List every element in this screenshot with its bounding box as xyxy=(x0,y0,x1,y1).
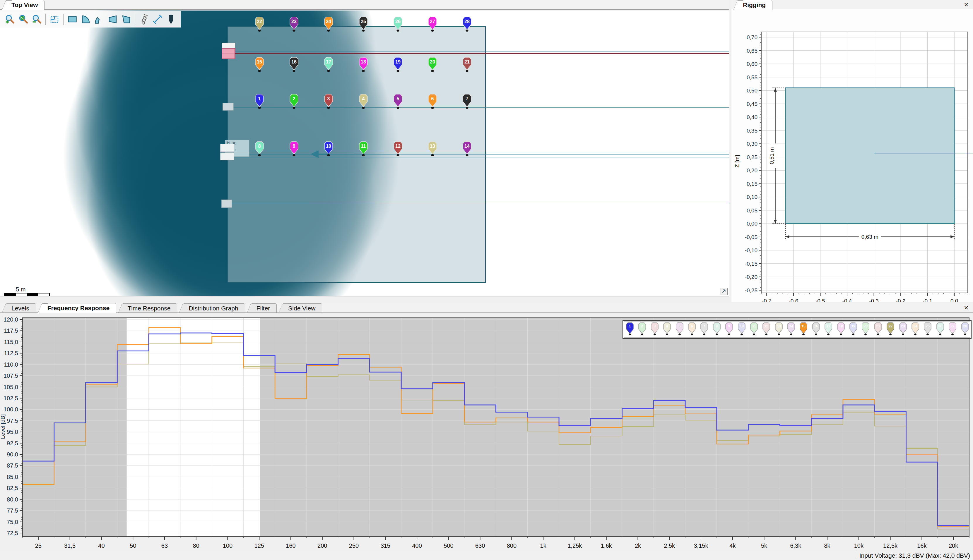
tab-levels[interactable]: Levels xyxy=(7,303,36,312)
legend-pin-8[interactable]: 8 xyxy=(713,322,721,337)
legend-pin-9[interactable]: 9 xyxy=(725,322,733,337)
source-stack[interactable] xyxy=(220,144,234,152)
mic-marker-23[interactable]: 23 xyxy=(289,17,298,33)
svg-text:-0,15: -0,15 xyxy=(745,261,757,267)
svg-text:22: 22 xyxy=(888,324,893,328)
mic-marker-18[interactable]: 18 xyxy=(359,57,368,73)
source-box[interactable] xyxy=(222,103,234,111)
svg-text:13: 13 xyxy=(777,324,781,328)
tab-rigging[interactable]: Rigging xyxy=(738,0,772,10)
svg-text:110,0: 110,0 xyxy=(4,361,18,368)
svg-text:630: 630 xyxy=(475,542,485,549)
legend-pin-24[interactable]: 24 xyxy=(911,322,919,337)
mic-marker-4[interactable]: 4 xyxy=(359,94,368,110)
mic-marker-9[interactable]: 9 xyxy=(289,141,298,158)
mic-marker-16[interactable]: 16 xyxy=(289,57,298,73)
legend-pin-20[interactable]: 20 xyxy=(862,322,869,337)
scale-indicator: 5 m xyxy=(4,286,50,297)
svg-text:8k: 8k xyxy=(824,542,831,549)
mic-marker-26[interactable]: 26 xyxy=(393,17,402,33)
svg-text:63: 63 xyxy=(161,542,168,549)
mic-marker-20[interactable]: 20 xyxy=(428,57,437,73)
mic-marker-1[interactable]: 1 xyxy=(255,94,264,110)
mic-marker-11[interactable]: 11 xyxy=(359,141,368,158)
mic-marker-19[interactable]: 19 xyxy=(393,57,402,73)
svg-text:77,5: 77,5 xyxy=(7,507,18,514)
top-view-canvas[interactable]: ⇅ ✕ ▭ → 22232425262728151617181920211234… xyxy=(0,10,729,297)
legend-pin-18[interactable]: 18 xyxy=(837,322,845,337)
source-box[interactable] xyxy=(221,200,232,208)
tab-distribution-graph[interactable]: Distribution Graph xyxy=(184,303,245,312)
legend-pin-15[interactable]: 15 xyxy=(800,322,807,337)
mic-marker-27[interactable]: 27 xyxy=(428,17,437,33)
legend-pin-13[interactable]: 13 xyxy=(775,322,783,337)
svg-text:16: 16 xyxy=(814,324,818,328)
source-stack-top[interactable] xyxy=(222,43,235,48)
source-stack[interactable] xyxy=(220,152,234,160)
mic-marker-10[interactable]: 10 xyxy=(324,141,333,158)
legend-pin-3[interactable]: 3 xyxy=(651,322,659,337)
svg-text:-0,20: -0,20 xyxy=(745,274,757,280)
legend-pin-6[interactable]: 6 xyxy=(688,322,696,337)
scale-bar xyxy=(4,293,50,297)
legend-pin-27[interactable]: 27 xyxy=(949,322,956,337)
svg-text:19: 19 xyxy=(395,59,401,64)
svg-text:0,35: 0,35 xyxy=(747,128,757,134)
legend-pin-12[interactable]: 12 xyxy=(762,322,770,337)
tab-frequency-response[interactable]: Frequency Response xyxy=(42,303,116,313)
legend-pin-2[interactable]: 2 xyxy=(638,322,646,337)
legend-pin-10[interactable]: 10 xyxy=(738,322,746,337)
mic-marker-2[interactable]: 2 xyxy=(289,94,298,110)
close-icon[interactable]: ✕ xyxy=(963,304,970,311)
mic-marker-17[interactable]: 17 xyxy=(324,57,333,73)
mic-marker-6[interactable]: 6 xyxy=(428,94,437,110)
legend-pin-16[interactable]: 16 xyxy=(812,322,820,337)
legend-pin-22[interactable]: 22 xyxy=(887,322,894,337)
legend-pin-5[interactable]: 5 xyxy=(676,322,684,337)
legend-pin-1[interactable]: 1 xyxy=(626,322,634,337)
legend-pin-25[interactable]: 25 xyxy=(924,322,931,337)
mic-marker-15[interactable]: 15 xyxy=(255,57,264,73)
legend-pin-4[interactable]: 4 xyxy=(663,322,671,337)
legend-pin-21[interactable]: 21 xyxy=(874,322,882,337)
rigging-tabbar: Rigging ✕ xyxy=(731,0,973,10)
legend-pin-17[interactable]: 17 xyxy=(824,322,832,337)
mic-marker-14[interactable]: 14 xyxy=(463,141,471,158)
svg-text:4: 4 xyxy=(362,96,364,101)
svg-text:7: 7 xyxy=(703,324,706,328)
resize-grip-icon[interactable] xyxy=(721,288,727,295)
legend-pin-19[interactable]: 19 xyxy=(849,322,857,337)
mic-marker-28[interactable]: 28 xyxy=(463,17,471,33)
mic-marker-7[interactable]: 7 xyxy=(463,94,471,110)
legend-pin-14[interactable]: 14 xyxy=(787,322,795,337)
tab-side-view[interactable]: Side View xyxy=(283,303,322,312)
close-icon[interactable]: ✕ xyxy=(963,1,970,8)
svg-text:0,25: 0,25 xyxy=(747,154,757,160)
legend-pin-23[interactable]: 23 xyxy=(899,322,907,337)
tab-filter[interactable]: Filter xyxy=(251,303,277,312)
svg-text:102,5: 102,5 xyxy=(3,395,18,402)
legend-pin-28[interactable]: 28 xyxy=(961,322,969,337)
source-selected-pink[interactable] xyxy=(222,48,235,59)
mic-marker-13[interactable]: 13 xyxy=(428,141,437,158)
mic-marker-24[interactable]: 24 xyxy=(324,17,333,33)
analysis-tabbar: LevelsFrequency ResponseTime ResponseDis… xyxy=(0,303,973,313)
mic-marker-8[interactable]: 8 xyxy=(255,141,264,158)
legend-pin-11[interactable]: 11 xyxy=(750,322,758,337)
mic-legend[interactable]: 1234567891011121314151617181920212223242… xyxy=(622,320,971,339)
mic-marker-12[interactable]: 12 xyxy=(393,141,402,158)
status-bar: Input Voltage: 31,3 dBV (Max: 42,0 dBV) xyxy=(0,551,973,560)
svg-text:80: 80 xyxy=(193,542,199,549)
svg-text:0,55: 0,55 xyxy=(747,74,757,80)
tab-top-view[interactable]: Top View xyxy=(7,0,45,10)
mic-marker-25[interactable]: 25 xyxy=(359,17,368,33)
mic-marker-5[interactable]: 5 xyxy=(393,94,402,110)
speaker-box xyxy=(785,88,954,223)
svg-text:18: 18 xyxy=(361,59,366,64)
legend-pin-26[interactable]: 26 xyxy=(936,322,944,337)
mic-marker-21[interactable]: 21 xyxy=(463,57,471,73)
mic-marker-22[interactable]: 22 xyxy=(255,17,264,33)
tab-time-response[interactable]: Time Response xyxy=(123,303,177,312)
legend-pin-7[interactable]: 7 xyxy=(700,322,708,337)
mic-marker-3[interactable]: 3 xyxy=(324,94,333,110)
